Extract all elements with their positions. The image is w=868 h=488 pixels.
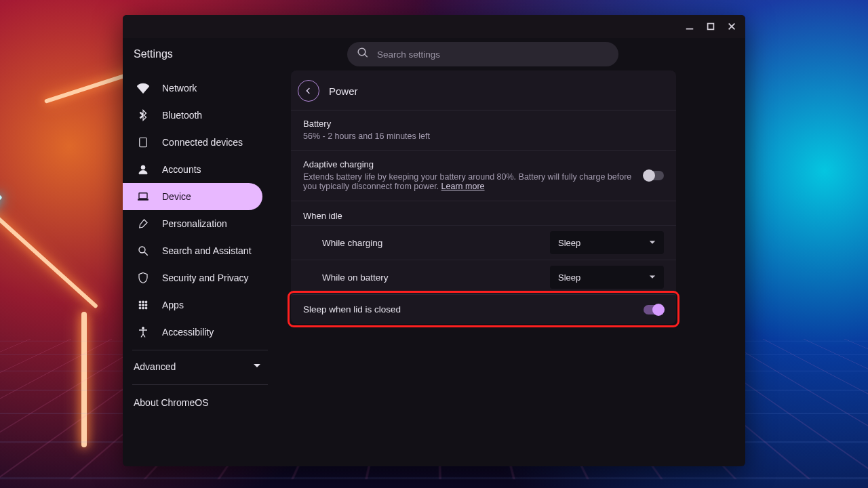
sidebar: Network Bluetooth Connected devices Acco… (123, 70, 281, 466)
chevron-down-icon (253, 361, 261, 372)
chevron-down-icon (649, 238, 656, 248)
adaptive-charging-toggle[interactable] (644, 171, 664, 180)
search-input[interactable] (377, 49, 609, 60)
sidebar-item-label: Accessibility (162, 327, 214, 338)
svg-point-16 (139, 307, 141, 309)
sidebar-item-label: Search and Assistant (162, 245, 252, 256)
adaptive-charging-desc: Extends battery life by keeping your bat… (303, 172, 633, 191)
svg-rect-4 (140, 138, 147, 147)
svg-rect-7 (138, 199, 149, 201)
window-titlebar (123, 15, 745, 38)
adaptive-charging-label: Adaptive charging (303, 159, 633, 169)
while-on-battery-value: Sleep (558, 272, 580, 283)
svg-point-15 (145, 304, 147, 306)
panel-header: Power (291, 70, 676, 110)
while-on-battery-row: While on battery Sleep (291, 260, 676, 294)
svg-point-14 (142, 304, 144, 306)
sidebar-item-label: Security and Privacy (162, 272, 249, 283)
window-close-button[interactable] (722, 17, 741, 36)
sidebar-item-security-privacy[interactable]: Security and Privacy (123, 264, 262, 291)
sidebar-item-label: Personalization (162, 218, 227, 229)
svg-point-8 (139, 247, 145, 253)
sidebar-item-network[interactable]: Network (123, 75, 262, 102)
sidebar-item-personalization[interactable]: Personalization (123, 210, 262, 237)
svg-rect-1 (708, 24, 714, 30)
while-on-battery-select[interactable]: Sleep (550, 266, 664, 289)
svg-point-11 (142, 301, 144, 303)
sidebar-advanced-label: Advanced (134, 361, 176, 372)
brush-icon (136, 217, 150, 230)
while-charging-row: While charging Sleep (291, 225, 676, 260)
sidebar-item-label: Accounts (162, 164, 201, 175)
laptop-icon (136, 190, 150, 203)
sidebar-divider (132, 384, 268, 385)
sidebar-item-label: Network (162, 83, 197, 94)
sidebar-item-apps[interactable]: Apps (123, 291, 262, 319)
sidebar-about-label: About ChromeOS (134, 397, 209, 408)
while-charging-value: Sleep (558, 238, 580, 248)
sidebar-item-device[interactable]: Device (123, 183, 262, 210)
chevron-down-icon (649, 272, 656, 283)
sidebar-divider (132, 350, 268, 350)
bluetooth-icon (136, 108, 150, 122)
while-charging-label: While charging (322, 238, 382, 248)
svg-point-12 (145, 301, 147, 303)
battery-section: Battery 56% - 2 hours and 16 minutes lef… (291, 110, 676, 150)
sidebar-item-label: Device (162, 191, 191, 202)
svg-point-19 (142, 327, 144, 329)
while-charging-select[interactable]: Sleep (550, 231, 664, 254)
sidebar-advanced[interactable]: Advanced (123, 353, 281, 380)
svg-rect-6 (139, 193, 147, 199)
sidebar-item-label: Bluetooth (162, 110, 202, 121)
sidebar-item-label: Connected devices (162, 137, 243, 148)
sidebar-item-label: Apps (162, 300, 184, 310)
sleep-when-lid-closed-toggle[interactable] (644, 305, 664, 314)
apps-icon (136, 298, 150, 312)
svg-point-18 (145, 307, 147, 309)
sidebar-item-accessibility[interactable]: Accessibility (123, 319, 262, 346)
svg-point-17 (142, 307, 144, 309)
panel-title: Power (329, 85, 358, 97)
accessibility-icon (136, 325, 150, 339)
sidebar-item-search-assistant[interactable]: Search and Assistant (123, 237, 262, 264)
back-button[interactable] (298, 80, 319, 102)
svg-line-9 (144, 252, 148, 256)
svg-point-13 (139, 304, 141, 306)
devices-icon (136, 136, 150, 149)
battery-label: Battery (303, 119, 664, 129)
search-bar[interactable] (347, 42, 618, 66)
sidebar-item-bluetooth[interactable]: Bluetooth (123, 102, 262, 129)
adaptive-charging-row: Adaptive charging Extends battery life b… (291, 150, 676, 201)
search-icon (357, 47, 369, 62)
sleep-when-lid-closed-row: Sleep when lid is closed (291, 294, 676, 324)
shield-icon (136, 271, 150, 285)
svg-point-5 (141, 165, 145, 169)
sidebar-item-accounts[interactable]: Accounts (123, 156, 262, 183)
window-maximize-button[interactable] (701, 17, 720, 36)
wifi-icon (136, 81, 150, 95)
when-idle-label: When idle (291, 201, 676, 225)
sidebar-about[interactable]: About ChromeOS (123, 389, 281, 416)
learn-more-link[interactable]: Learn more (441, 182, 485, 191)
power-panel: Power Battery 56% - 2 hours and 16 minut… (291, 70, 676, 324)
settings-window: Settings Network Bluetooth (123, 15, 745, 466)
sidebar-item-connected-devices[interactable]: Connected devices (123, 129, 262, 156)
battery-status: 56% - 2 hours and 16 minutes left (303, 131, 664, 141)
window-minimize-button[interactable] (680, 17, 699, 36)
svg-point-10 (139, 301, 141, 303)
sleep-when-lid-closed-label: Sleep when lid is closed (303, 304, 401, 314)
app-title: Settings (134, 48, 283, 60)
person-icon (136, 163, 150, 176)
while-on-battery-label: While on battery (322, 272, 389, 283)
search-icon (136, 244, 150, 258)
app-header: Settings (123, 38, 745, 70)
content-area: Power Battery 56% - 2 hours and 16 minut… (281, 70, 745, 466)
